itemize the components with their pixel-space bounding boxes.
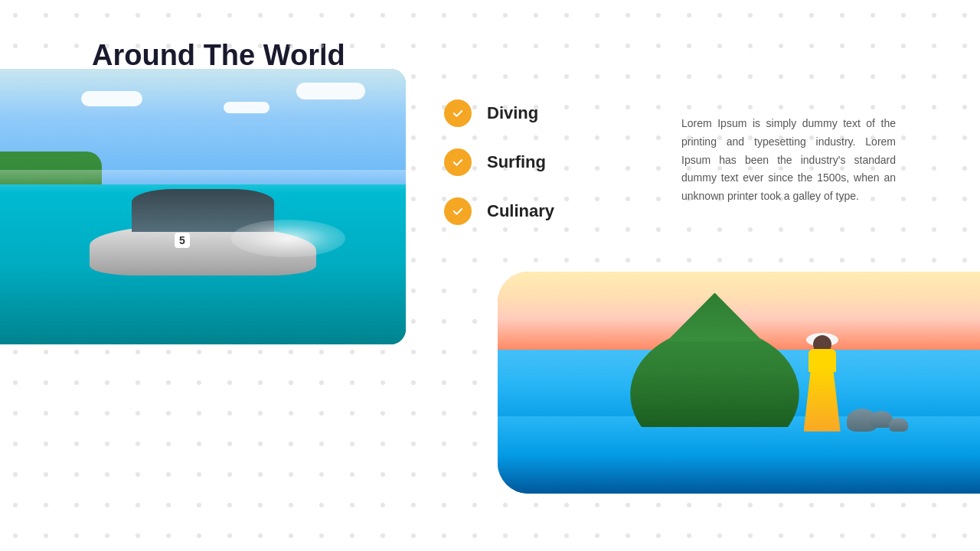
woman-figure: [799, 340, 845, 432]
diving-label: Diving: [487, 103, 538, 123]
checklist-item-diving: Diving: [444, 99, 674, 127]
page: 5 Diving Surfing: [0, 0, 980, 551]
island-water: [498, 416, 980, 494]
culinary-label: Culinary: [487, 201, 554, 221]
jetski-number: 5: [175, 233, 190, 248]
checklist-item-surfing: Surfing: [444, 148, 674, 176]
svg-point-5: [451, 204, 465, 218]
rocks: [847, 401, 908, 432]
cloud-3: [296, 83, 365, 99]
svg-point-3: [451, 106, 465, 120]
jetski-image: 5: [0, 69, 406, 344]
surfing-check-icon: [444, 148, 472, 176]
diving-check-icon: [444, 99, 472, 127]
rock-3: [889, 418, 908, 432]
heading-line1: Around The World: [92, 39, 345, 71]
island-scene: [498, 272, 980, 494]
jetski-spray: [231, 220, 345, 257]
woman-dress: [804, 367, 841, 432]
jetski-vehicle: 5: [61, 152, 345, 276]
culinary-check-icon: [444, 197, 472, 225]
svg-point-4: [451, 155, 465, 169]
cloud-2: [224, 102, 270, 113]
checklist-item-culinary: Culinary: [444, 197, 674, 225]
cloud-1: [81, 91, 142, 106]
island-view-image: [498, 272, 980, 494]
right-description-text: Lorem Ipsum is simply dummy text of the …: [681, 115, 896, 206]
surfing-label: Surfing: [487, 152, 546, 172]
checklist-section: Diving Surfing Culinary: [444, 99, 674, 246]
